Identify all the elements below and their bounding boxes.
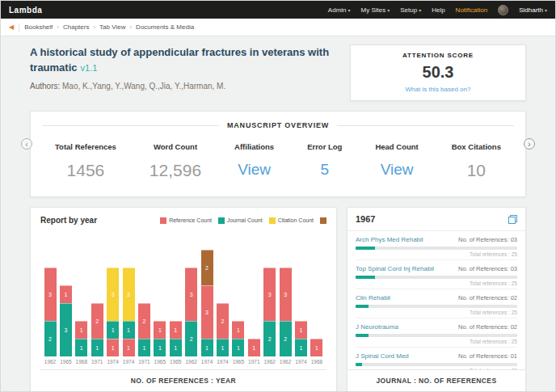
bar-segment-journal: 1: [123, 321, 135, 339]
bar-1962[interactable]: 23: [263, 268, 276, 356]
notification-link[interactable]: Notification: [456, 6, 488, 14]
bar-year-label: 1962: [185, 359, 196, 365]
progress-track: [356, 363, 517, 366]
bar-1968[interactable]: 1: [310, 339, 322, 356]
journal-total-refs: Total references : 25: [356, 339, 517, 344]
bar-segment-journal: 1: [138, 339, 150, 356]
bar-year-label: 1974: [217, 359, 228, 365]
page: Lambda Admin▾My Sites▾Setup▾Help Notific…: [0, 0, 556, 392]
breadcrumb: Bookshelf›Chapters›Tab View›Documents & …: [24, 23, 194, 31]
bar-segment-reference: 1: [295, 321, 307, 339]
journal-item: J NeurotraumaNo. of References: 02Total …: [356, 318, 517, 348]
collapse-arrow-icon[interactable]: ◀: [9, 23, 14, 31]
menu-admin[interactable]: Admin▾: [328, 6, 351, 14]
bar-column: 11971: [247, 339, 260, 365]
authors-label: Authors:: [30, 82, 60, 91]
bar-segment-reference: 1: [123, 339, 135, 356]
menu-setup[interactable]: Setup▾: [400, 6, 421, 14]
avatar[interactable]: [498, 5, 508, 15]
journal-ref-count: No. of References: 03: [458, 236, 517, 243]
bar-column: 1131974: [122, 268, 135, 365]
metric-label: Total References: [55, 142, 116, 151]
bar-segment-journal: 1: [295, 339, 307, 356]
journal-name-link[interactable]: Arch Phys Med Rehabil: [356, 236, 423, 243]
breadcrumb-item-bookshelf[interactable]: Bookshelf: [24, 23, 53, 31]
menu-help[interactable]: Help: [432, 6, 444, 14]
chevron-down-icon: ▾: [419, 8, 421, 13]
journal-list: Arch Phys Med RehabilNo. of References: …: [348, 231, 525, 369]
chart-header: Report by year Reference CountJournal Co…: [40, 216, 326, 225]
breadcrumb-item-documents-media[interactable]: Documents & Media: [136, 23, 194, 31]
bar-1974[interactable]: 113: [107, 268, 119, 356]
bar-column: 111965: [169, 321, 182, 365]
bar-segment-journal: 1: [107, 321, 119, 339]
journal-panel-header: 1967: [348, 208, 525, 231]
bar-1974[interactable]: 12: [217, 303, 229, 356]
legend-label: Citation Count: [278, 217, 314, 223]
progress-fill: [356, 276, 375, 279]
journal-item: J Spinal Cord MedNo. of References: 01To…: [356, 348, 517, 369]
bar-segment-reference: 2: [91, 303, 103, 339]
bar-segment-journal: 1: [154, 339, 166, 356]
journal-panel-footer: JOURNAL : NO. OF REFERENCES: [348, 369, 525, 392]
bar-segment-reference: 1: [60, 285, 72, 303]
bar-segment-reference: 2: [217, 303, 229, 339]
attention-score-info-link[interactable]: What is this based on?: [359, 86, 517, 93]
journal-ref-count: No. of References: 02: [458, 294, 517, 301]
progress-track: [356, 247, 517, 250]
bar-1962[interactable]: 23: [44, 268, 57, 356]
carousel-next-button[interactable]: ›: [524, 138, 535, 150]
metric-value-head-count[interactable]: View: [375, 161, 418, 179]
journal-item: Clin RehabilNo. of References: 02Total r…: [356, 289, 517, 318]
journal-total-refs: Total references : 25: [356, 310, 517, 315]
bar-1962[interactable]: 23: [185, 268, 197, 356]
bar-1974[interactable]: 11: [295, 321, 307, 356]
bar-1974[interactable]: 132: [201, 250, 213, 356]
journal-name-link[interactable]: Top Spinal Cord Inj Rehabil: [356, 265, 434, 272]
bar-year-label: 1962: [280, 359, 291, 365]
bar-1971[interactable]: 12: [91, 303, 103, 356]
bar-segment-journal: 1: [170, 339, 182, 356]
bar-1968[interactable]: 11: [75, 321, 87, 356]
bar-1974[interactable]: 113: [123, 268, 135, 356]
bar-1965[interactable]: 11: [232, 321, 244, 356]
bar-column: 111965: [232, 321, 245, 365]
user-menu[interactable]: Sidharth▾: [519, 6, 547, 14]
bar-year-label: 1974: [201, 359, 213, 365]
authors-line: Authors: Mao, K.,Yang, Y.,Wang, Q.,Jia, …: [30, 82, 345, 91]
breadcrumb-item-chapters[interactable]: Chapters: [63, 23, 89, 31]
copy-icon[interactable]: [508, 215, 517, 224]
bar-column: 121971: [137, 303, 150, 365]
manuscript-overview-card: MANUSCRIPT OVERVIEW Total References1456…: [30, 111, 526, 197]
bar-segment-journal: 1: [217, 339, 229, 356]
carousel-prev-button[interactable]: ‹: [21, 138, 32, 150]
metric-value-total-references: 1456: [55, 161, 116, 180]
bar-column: 11968: [310, 339, 323, 365]
metric-head-count: Head CountView: [375, 142, 418, 180]
bar-year-label: 1974: [123, 359, 134, 365]
bar-column: 231962: [263, 268, 276, 365]
bar-1962[interactable]: 23: [280, 268, 292, 356]
bar-segment-reference: 1: [170, 321, 182, 339]
breadcrumb-item-tab-view[interactable]: Tab View: [99, 23, 125, 31]
menu-my-sites[interactable]: My Sites▾: [361, 6, 390, 14]
metric-value-error-log[interactable]: 5: [307, 161, 342, 179]
journal-total-refs: Total references : 25: [356, 251, 517, 257]
bar-segment-journal: 1: [91, 339, 103, 356]
bar-1971[interactable]: 1: [248, 339, 260, 356]
journal-name-link[interactable]: Clin Rehabil: [356, 294, 390, 301]
bar-1971[interactable]: 12: [138, 303, 150, 356]
progress-track: [356, 334, 517, 337]
title-block: A historical study of appendicular fract…: [30, 44, 345, 91]
bar-segment-journal: 1: [75, 339, 87, 356]
metric-value-affiliations[interactable]: View: [234, 161, 274, 179]
topbar: Lambda Admin▾My Sites▾Setup▾Help Notific…: [1, 1, 555, 19]
bar-1965[interactable]: 11: [154, 321, 166, 356]
bar-segment-journal: 3: [60, 303, 72, 356]
journal-name-link[interactable]: J Spinal Cord Med: [356, 352, 409, 360]
overview-title: MANUSCRIPT OVERVIEW: [227, 121, 329, 129]
metrics-row: Total References1456Word Count12,596Affi…: [42, 129, 514, 180]
journal-name-link[interactable]: J Neurotrauma: [356, 323, 398, 331]
bar-1965[interactable]: 31: [60, 285, 72, 356]
bar-1965[interactable]: 11: [170, 321, 182, 356]
